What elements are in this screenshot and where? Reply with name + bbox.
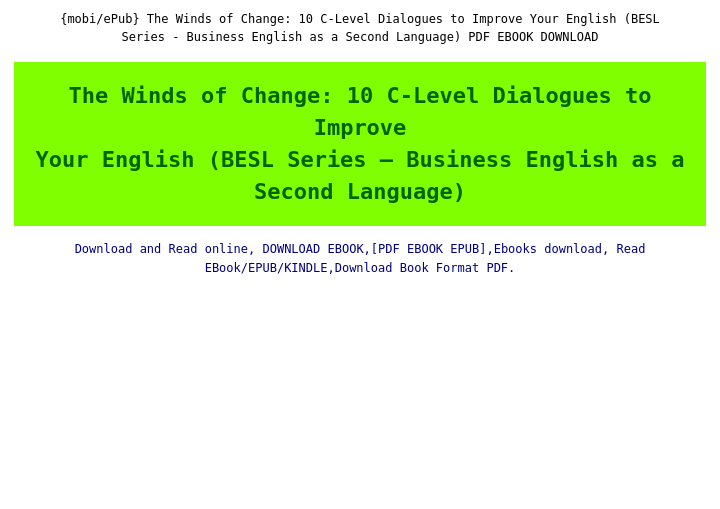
top-bar: {mobi/ePub} The Winds of Change: 10 C-Le… [0, 0, 720, 54]
empty-area [0, 278, 720, 509]
top-bar-text: {mobi/ePub} The Winds of Change: 10 C-Le… [20, 10, 700, 46]
content-area: Download and Read online, DOWNLOAD EBOOK… [0, 226, 720, 278]
page-wrapper: {mobi/ePub} The Winds of Change: 10 C-Le… [0, 0, 720, 509]
book-banner: The Winds of Change: 10 C-Level Dialogue… [14, 62, 706, 226]
banner-title-line1: The Winds of Change: 10 C-Level Dialogue… [69, 83, 652, 140]
content-line2: EBook/EPUB/KINDLE,Download Book Format P… [205, 261, 516, 275]
content-text: Download and Read online, DOWNLOAD EBOOK… [40, 240, 680, 278]
banner-title-line2: Your English (BESL Series – Business Eng… [35, 147, 684, 172]
top-bar-line1: {mobi/ePub} The Winds of Change: 10 C-Le… [60, 12, 660, 26]
content-line1: Download and Read online, DOWNLOAD EBOOK… [75, 242, 646, 256]
banner-title-line3: Second Language) [254, 179, 466, 204]
top-bar-line2: Series - Business English as a Second La… [122, 30, 599, 44]
banner-title: The Winds of Change: 10 C-Level Dialogue… [34, 80, 686, 208]
